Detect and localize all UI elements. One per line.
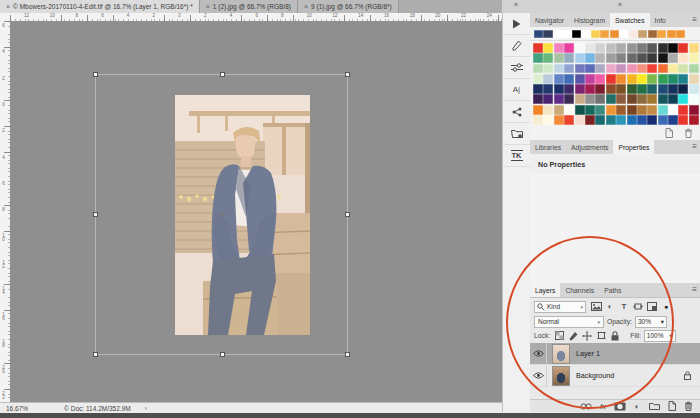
color-swatch[interactable] xyxy=(554,105,564,115)
color-swatch[interactable] xyxy=(554,84,564,94)
color-swatch[interactable] xyxy=(647,74,657,84)
filter-adjustment-icon[interactable]: ◐ xyxy=(604,302,616,311)
color-swatch[interactable] xyxy=(689,53,699,63)
transform-handle-bottom-left[interactable] xyxy=(93,352,98,357)
color-swatch[interactable] xyxy=(647,64,657,74)
color-swatch[interactable] xyxy=(616,84,626,94)
transform-handle-top-left[interactable] xyxy=(93,72,98,77)
color-swatch[interactable] xyxy=(533,94,543,104)
color-swatch[interactable] xyxy=(606,43,616,53)
color-swatch[interactable] xyxy=(668,64,678,74)
tk-logo[interactable]: TK xyxy=(503,145,530,167)
blend-mode-dropdown[interactable]: Normal ▾ xyxy=(534,316,604,328)
color-swatch[interactable] xyxy=(658,74,668,84)
layer-row[interactable]: Layer 1 xyxy=(530,343,700,365)
color-swatch[interactable] xyxy=(616,115,626,125)
color-swatch[interactable] xyxy=(678,74,688,84)
color-swatch[interactable] xyxy=(678,94,688,104)
color-swatch[interactable] xyxy=(627,64,637,74)
color-swatch[interactable] xyxy=(591,30,600,38)
color-swatch[interactable] xyxy=(619,30,628,38)
color-swatch[interactable] xyxy=(585,64,595,74)
color-swatch[interactable] xyxy=(616,105,626,115)
collapse-dock-icon[interactable]: « xyxy=(514,1,518,8)
tab-channels[interactable]: Channels xyxy=(560,283,599,297)
color-swatch[interactable] xyxy=(533,43,543,53)
opacity-dropdown[interactable]: 30% ▾ xyxy=(635,316,667,328)
color-swatch[interactable] xyxy=(689,94,699,104)
color-swatch[interactable] xyxy=(595,53,605,63)
color-swatch[interactable] xyxy=(554,53,564,63)
status-popup-chevron-icon[interactable]: › xyxy=(145,405,147,412)
filter-pixel-icon[interactable] xyxy=(590,302,602,311)
panel-menu-icon[interactable]: ≡ xyxy=(692,143,697,151)
lock-transparency-icon[interactable] xyxy=(553,331,565,341)
layer-thumbnail[interactable] xyxy=(552,366,570,386)
color-swatch[interactable] xyxy=(678,105,688,115)
lock-pixels-icon[interactable] xyxy=(567,331,579,341)
color-swatch[interactable] xyxy=(647,105,657,115)
color-swatch[interactable] xyxy=(606,105,616,115)
color-swatch[interactable] xyxy=(668,105,678,115)
color-swatch[interactable] xyxy=(637,115,647,125)
collapse-panels-icon[interactable]: « xyxy=(618,1,622,8)
color-swatch[interactable] xyxy=(678,53,688,63)
color-swatch[interactable] xyxy=(533,74,543,84)
close-tab-icon[interactable]: × xyxy=(304,3,308,10)
type-tool-icon[interactable]: A| xyxy=(503,79,530,101)
color-swatch[interactable] xyxy=(648,30,657,38)
color-swatch[interactable] xyxy=(627,84,637,94)
color-swatch[interactable] xyxy=(668,94,678,104)
color-swatch[interactable] xyxy=(689,64,699,74)
color-swatch[interactable] xyxy=(581,30,590,38)
color-swatch[interactable] xyxy=(575,43,585,53)
transform-handle-top-center[interactable] xyxy=(220,72,225,77)
color-swatch[interactable] xyxy=(533,53,543,63)
color-swatch[interactable] xyxy=(647,115,657,125)
color-swatch[interactable] xyxy=(585,105,595,115)
color-swatch[interactable] xyxy=(600,30,609,38)
transform-reference-point[interactable] xyxy=(218,211,226,219)
folder-gear-icon[interactable] xyxy=(503,123,530,145)
panel-menu-icon[interactable]: ≡ xyxy=(692,16,697,24)
document-tab[interactable]: ×© Mbowers-20170110-4-Edit.tif @ 16.7% (… xyxy=(0,0,200,13)
color-swatch[interactable] xyxy=(637,64,647,74)
color-swatch[interactable] xyxy=(647,84,657,94)
lock-all-icon[interactable] xyxy=(609,331,621,341)
lock-artboard-icon[interactable] xyxy=(595,331,607,341)
color-swatch[interactable] xyxy=(564,115,574,125)
tab-paths[interactable]: Paths xyxy=(599,283,626,297)
color-swatch[interactable] xyxy=(534,30,543,38)
color-swatch[interactable] xyxy=(595,64,605,74)
tab-histogram[interactable]: Histogram xyxy=(569,13,610,27)
color-swatch[interactable] xyxy=(543,94,553,104)
eye-icon[interactable] xyxy=(530,343,547,364)
color-swatch[interactable] xyxy=(554,64,564,74)
transform-handle-bottom-center[interactable] xyxy=(220,352,225,357)
color-swatch[interactable] xyxy=(678,84,688,94)
color-swatch[interactable] xyxy=(627,74,637,84)
color-swatch[interactable] xyxy=(564,74,574,84)
color-swatch[interactable] xyxy=(616,53,626,63)
filter-shape-icon[interactable] xyxy=(632,302,644,311)
color-swatch[interactable] xyxy=(575,84,585,94)
color-swatch[interactable] xyxy=(657,30,666,38)
document-tab[interactable]: ×1 (2).jpg @ 66.7% (RGB/8) xyxy=(200,0,298,13)
color-swatch[interactable] xyxy=(533,105,543,115)
color-swatch[interactable] xyxy=(606,74,616,84)
delete-layer-icon[interactable] xyxy=(682,401,694,411)
tab-info[interactable]: Info xyxy=(650,13,671,27)
color-swatch[interactable] xyxy=(616,64,626,74)
color-swatch[interactable] xyxy=(543,105,553,115)
color-swatch[interactable] xyxy=(543,115,553,125)
color-swatch[interactable] xyxy=(638,30,647,38)
color-swatch[interactable] xyxy=(585,53,595,63)
canvas[interactable] xyxy=(10,21,502,402)
color-swatch[interactable] xyxy=(595,105,605,115)
color-swatch[interactable] xyxy=(689,74,699,84)
color-swatch[interactable] xyxy=(564,64,574,74)
new-group-icon[interactable] xyxy=(648,402,660,410)
color-swatch[interactable] xyxy=(667,30,676,38)
color-swatch[interactable] xyxy=(668,84,678,94)
color-swatch[interactable] xyxy=(575,115,585,125)
